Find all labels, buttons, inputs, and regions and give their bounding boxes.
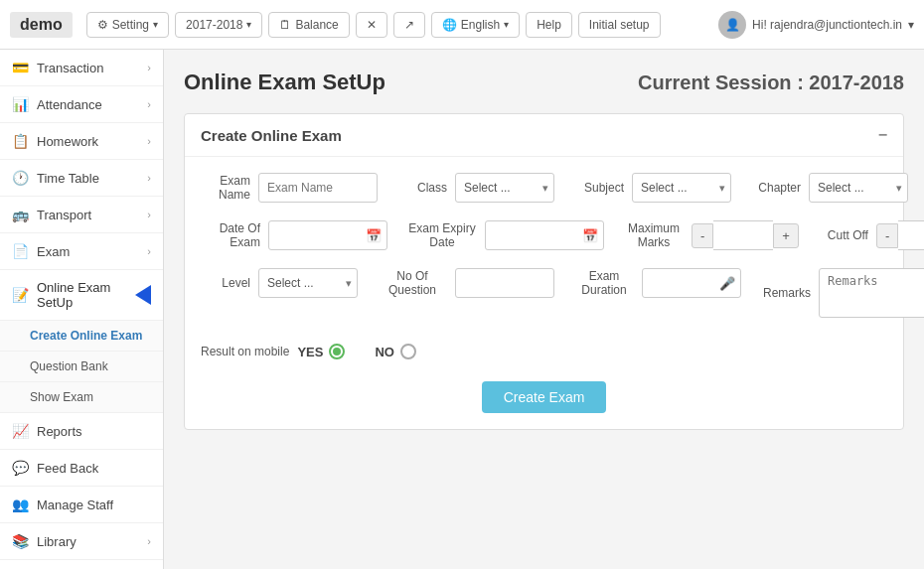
date-label: Date Of Exam <box>201 221 260 249</box>
current-session: Current Session : 2017-2018 <box>638 71 904 94</box>
balance-button[interactable]: 🗒 Balance <box>268 12 349 38</box>
setting-icon: ⚙ <box>97 18 108 32</box>
session-button[interactable]: 2017-2018 ▾ <box>175 12 262 38</box>
form-group-expiry: Exam Expiry Date 📅 <box>407 220 604 250</box>
max-marks-input[interactable] <box>713 220 773 250</box>
sidebar-sub-menu: Create Online Exam Question Bank Show Ex… <box>0 321 163 413</box>
main-content: Online Exam SetUp Current Session : 2017… <box>164 50 924 569</box>
timetable-icon: 🕐 <box>12 170 29 186</box>
setting-button[interactable]: ⚙ Setting ▾ <box>86 12 169 38</box>
sidebar-item-exam[interactable]: 📄 Exam › <box>0 233 163 270</box>
user-info[interactable]: 👤 Hi! rajendra@junctiontech.in ▾ <box>718 11 914 39</box>
level-select[interactable]: Select ... <box>258 268 358 298</box>
form-group-max-marks: Maximum Marks - + <box>624 220 799 250</box>
sidebar-item-homework[interactable]: 📋 Homework › <box>0 123 163 160</box>
transport-arrow: › <box>147 209 151 220</box>
transport-icon: 🚌 <box>12 207 29 222</box>
exam-name-input[interactable] <box>258 173 378 203</box>
library-icon: 📚 <box>12 533 29 549</box>
sidebar-item-timetable[interactable]: 🕐 Time Table › <box>0 160 163 197</box>
exam-arrow: › <box>147 245 151 257</box>
no-question-input[interactable] <box>455 268 554 298</box>
form-group-remarks: Remarks <box>761 268 924 318</box>
feedback-icon: 💬 <box>12 460 29 476</box>
expiry-label: Exam Expiry Date <box>407 221 477 249</box>
max-marks-plus-button[interactable]: + <box>773 223 799 248</box>
create-btn-wrapper: Create Exam <box>201 381 887 413</box>
language-icon: 🌐 <box>442 18 457 32</box>
sidebar-sub-question-bank[interactable]: Question Bank <box>0 352 163 382</box>
date-input[interactable] <box>268 220 387 250</box>
avatar: 👤 <box>718 11 746 39</box>
class-select-wrapper: Select ... <box>455 173 554 203</box>
close-button[interactable]: ✕ <box>356 12 387 38</box>
no-radio[interactable] <box>400 344 416 359</box>
form-group-level: Level Select ... <box>201 268 358 298</box>
mic-icon: 🎤 <box>719 276 735 291</box>
resize-button[interactable]: ↗ <box>393 12 425 38</box>
form-group-duration: Exam Duration 🎤 <box>574 268 741 298</box>
language-button[interactable]: 🌐 English ▾ <box>431 12 520 38</box>
sidebar-item-reports[interactable]: 📈 Reports <box>0 413 163 450</box>
exam-icon: 📄 <box>12 243 29 259</box>
subject-label: Subject <box>574 181 624 195</box>
sidebar-item-attendance[interactable]: 📊 Attendance › <box>0 86 163 123</box>
cutoff-input[interactable] <box>898 220 924 250</box>
sidebar-item-transport[interactable]: 🚌 Transport › <box>0 197 163 233</box>
card-body: Exam Name Class Select ... Subject <box>185 157 903 429</box>
sidebar-sub-create-exam[interactable]: Create Online Exam <box>0 321 163 352</box>
class-label: Class <box>397 181 447 195</box>
sidebar-item-library[interactable]: 📚 Library › <box>0 523 163 560</box>
close-icon: ✕ <box>367 18 377 32</box>
remarks-textarea[interactable] <box>819 268 924 318</box>
level-label: Level <box>201 276 250 290</box>
radio-group: YES NO <box>297 336 416 367</box>
result-mobile-label: Result on mobile <box>201 345 289 358</box>
exam-name-label: Exam Name <box>201 174 250 202</box>
manage-staff-icon: 👥 <box>12 497 29 512</box>
sidebar-item-transaction[interactable]: 💳 Transaction › <box>0 50 163 86</box>
form-group-date: Date Of Exam 📅 <box>201 220 387 250</box>
sidebar-sub-show-exam[interactable]: Show Exam <box>0 382 163 413</box>
expiry-input[interactable] <box>485 220 604 250</box>
remarks-label: Remarks <box>761 286 811 300</box>
radio-no[interactable]: NO <box>375 344 416 359</box>
no-question-label: No Of Question <box>378 269 447 297</box>
attendance-arrow: › <box>147 98 151 110</box>
page-title: Online Exam SetUp <box>184 70 385 95</box>
cutoff-minus-button[interactable]: - <box>876 223 898 248</box>
homework-icon: 📋 <box>12 133 29 149</box>
create-exam-button[interactable]: Create Exam <box>482 381 607 413</box>
help-button[interactable]: Help <box>526 12 572 38</box>
cutoff-group: - + <box>876 220 924 250</box>
create-exam-card: Create Online Exam − Exam Name Class Sel… <box>184 113 904 430</box>
class-select[interactable]: Select ... <box>455 173 554 203</box>
topbar: demo ⚙ Setting ▾ 2017-2018 ▾ 🗒 Balance ✕… <box>0 0 924 50</box>
attendance-icon: 📊 <box>12 96 29 112</box>
form-group-cutoff: Cutt Off - + <box>819 220 924 250</box>
radio-yes[interactable]: YES <box>297 344 345 359</box>
sidebar-item-online-exam[interactable]: 📝 Online Exam SetUp <box>0 270 163 321</box>
transaction-arrow: › <box>147 62 151 73</box>
max-marks-minus-button[interactable]: - <box>692 223 713 248</box>
chapter-select[interactable]: Select ... <box>809 173 908 203</box>
sidebar-item-dispatch[interactable]: 📦 Dispatch & Receiving › <box>0 560 163 569</box>
initial-setup-button[interactable]: Initial setup <box>578 12 661 38</box>
sidebar: 💳 Transaction › 📊 Attendance › 📋 Homewor… <box>0 50 164 569</box>
max-marks-label: Maximum Marks <box>624 221 684 249</box>
form-group-chapter: Chapter Select ... <box>751 173 908 203</box>
page-header: Online Exam SetUp Current Session : 2017… <box>184 70 904 95</box>
sidebar-item-feedback[interactable]: 💬 Feed Back <box>0 450 163 487</box>
duration-label: Exam Duration <box>574 269 634 297</box>
expiry-input-wrapper: 📅 <box>485 220 604 250</box>
cutoff-label: Cutt Off <box>819 228 868 242</box>
collapse-button[interactable]: − <box>878 126 887 144</box>
logo: demo <box>10 12 73 38</box>
sidebar-item-manage-staff[interactable]: 👥 Manage Staff <box>0 487 163 523</box>
yes-radio[interactable] <box>329 344 345 359</box>
subject-select[interactable]: Select ... <box>632 173 731 203</box>
form-group-subject: Subject Select ... <box>574 173 731 203</box>
transaction-icon: 💳 <box>12 60 29 75</box>
form-row-result: Result on mobile YES NO <box>201 336 887 367</box>
date-input-wrapper: 📅 <box>268 220 387 250</box>
